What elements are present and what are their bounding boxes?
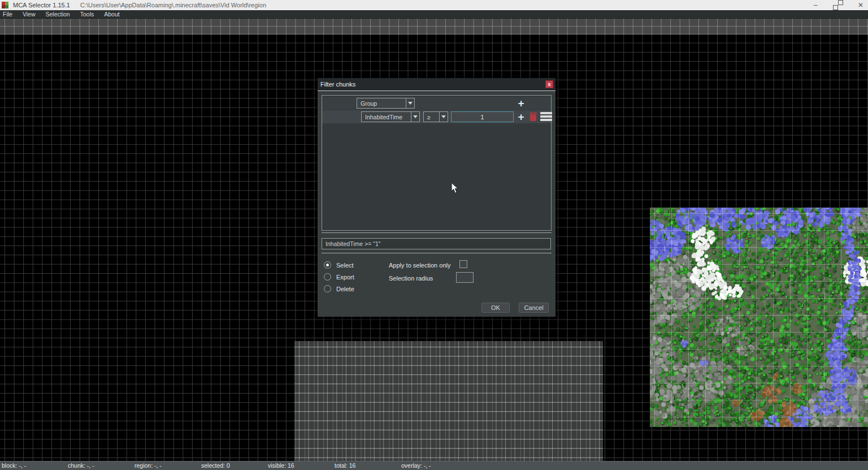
dialog-close-icon[interactable]: x: [545, 80, 553, 88]
mode-radio-delete[interactable]: Delete: [324, 284, 354, 293]
status-region: region: -, -: [134, 462, 162, 469]
filter-operator-select[interactable]: ≥: [423, 111, 448, 122]
dialog-title: Filter chunks: [320, 81, 355, 88]
menu-selection[interactable]: Selection: [41, 10, 75, 19]
apply-to-selection-checkbox[interactable]: [459, 260, 467, 268]
region-highlight-rect: [294, 341, 603, 461]
menu-file[interactable]: File: [0, 10, 18, 19]
filter-tree-panel: Group + InhabitedTime ≥ +: [322, 95, 552, 231]
filter-value-input[interactable]: [451, 111, 514, 122]
window-file-path: C:\Users\User\AppData\Roaming\.minecraft…: [80, 2, 266, 8]
add-filter-icon[interactable]: +: [517, 111, 526, 122]
query-preview-box[interactable]: InhabitedTime >= "1": [322, 238, 551, 249]
window-title: MCA Selector 1.15.1: [13, 2, 70, 8]
region-row-loading: [0, 19, 868, 35]
group-row: Group +: [322, 97, 551, 110]
delete-filter-trash-icon[interactable]: [530, 113, 536, 121]
separator: [322, 253, 552, 253]
add-group-filter-icon[interactable]: +: [517, 98, 526, 109]
dialog-titlebar[interactable]: Filter chunks x: [318, 78, 555, 91]
selection-radius-input[interactable]: [456, 272, 474, 283]
filter-field-select[interactable]: InhabitedTime: [361, 111, 420, 122]
window-titlebar: MCA Selector 1.15.1 C:\Users\User\AppDat…: [0, 0, 868, 10]
statusbar: block: -, - chunk: -, - region: -, - sel…: [0, 461, 868, 470]
query-preview-text: InhabitedTime >= "1": [322, 240, 381, 247]
menubar: File View Selection Tools About: [0, 10, 868, 19]
minimize-icon[interactable]: –: [811, 0, 819, 10]
filter-condition-row: InhabitedTime ≥ +: [322, 110, 551, 123]
cancel-button[interactable]: Cancel: [519, 303, 549, 313]
app-icon: [2, 2, 8, 8]
apply-to-selection-label: Apply to selection only: [389, 262, 450, 269]
chevron-down-icon[interactable]: [439, 112, 448, 122]
menu-about[interactable]: About: [99, 10, 124, 19]
move-filter-burger-icon[interactable]: [540, 112, 552, 121]
chevron-down-icon[interactable]: [406, 98, 414, 108]
group-type-select[interactable]: Group: [357, 98, 415, 109]
chevron-down-icon[interactable]: [411, 112, 419, 122]
radio-delete-icon[interactable]: [324, 285, 331, 292]
radio-select-icon[interactable]: [324, 261, 331, 269]
close-icon[interactable]: ✕: [857, 0, 865, 10]
mode-radio-export[interactable]: Export: [324, 273, 354, 281]
selection-radius-label: Selection radius: [389, 275, 433, 282]
status-visible: visible: 16: [268, 462, 294, 469]
radio-export-icon[interactable]: [324, 273, 331, 281]
status-block: block: -, -: [2, 462, 26, 469]
ok-button[interactable]: OK: [481, 303, 510, 313]
status-selected: selected: 0: [201, 462, 230, 469]
status-chunk: chunk: -, -: [68, 462, 94, 469]
menu-view[interactable]: View: [18, 10, 41, 19]
separator: [322, 232, 552, 233]
mode-radio-select[interactable]: Select: [324, 261, 354, 269]
map-preview[interactable]: [650, 208, 868, 427]
menu-tools[interactable]: Tools: [75, 10, 99, 19]
status-overlay: overlay: -, -: [401, 462, 431, 469]
status-total: total: 16: [335, 462, 355, 469]
filter-chunks-dialog: Filter chunks x Group + InhabitedTime ≥: [318, 78, 555, 317]
mca-selector-window: MCA Selector 1.15.1 C:\Users\User\AppDat…: [0, 0, 868, 470]
